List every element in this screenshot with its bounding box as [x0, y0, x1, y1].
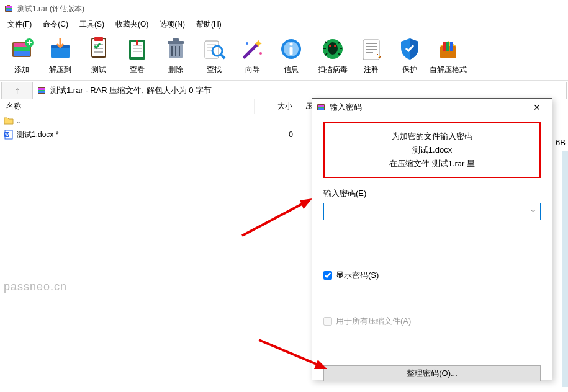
archive-icon	[37, 86, 47, 96]
dialog-footer: 确定 取消 帮助	[312, 388, 552, 392]
menu-commands[interactable]: 命令(C)	[38, 18, 73, 31]
tool-scan[interactable]: 扫描病毒	[313, 33, 352, 79]
svg-rect-36	[450, 42, 453, 51]
use-all-input	[323, 317, 332, 326]
location-bar: ↑ 测试1.rar - RAR 压缩文件, 解包大小为 0 字节	[1, 82, 567, 99]
password-label: 输入密码(E)	[323, 188, 541, 199]
tool-delete[interactable]: 删除	[156, 33, 195, 79]
use-all-label: 用于所有压缩文件(A)	[336, 316, 411, 327]
watermark: passneo.cn	[4, 280, 67, 293]
tool-comment[interactable]: 注释	[352, 33, 390, 79]
show-password-checkbox[interactable]: 显示密码(S)	[323, 270, 541, 281]
svg-rect-1	[6, 6, 12, 8]
show-password-label: 显示密码(S)	[336, 270, 379, 281]
close-icon: ✕	[533, 102, 541, 112]
view-icon	[124, 36, 150, 62]
menu-favorites[interactable]: 收藏夹(O)	[110, 18, 153, 31]
svg-rect-2	[6, 8, 12, 9]
svg-rect-38	[38, 88, 45, 90]
tool-delete-label: 删除	[168, 65, 183, 75]
svg-rect-16	[136, 40, 138, 45]
tool-test-label: 测试	[91, 65, 106, 75]
tool-scan-label: 扫描病毒	[318, 65, 348, 75]
tool-comment-label: 注释	[364, 65, 379, 75]
dialog-title: 输入密码	[330, 102, 522, 113]
svg-line-48	[242, 203, 304, 236]
dialog-titlebar[interactable]: 输入密码 ✕	[312, 99, 552, 116]
svg-line-50	[259, 340, 318, 365]
password-dropdown[interactable]: ﹀	[527, 204, 539, 219]
chevron-down-icon: ﹀	[530, 207, 536, 216]
tool-find[interactable]: 查找	[195, 33, 233, 79]
comment-icon	[358, 36, 384, 62]
svg-rect-45	[318, 105, 324, 107]
up-arrow-icon: ↑	[15, 85, 20, 96]
file-size: 0	[255, 130, 299, 139]
annotation-arrow-1	[239, 195, 313, 239]
close-button[interactable]: ✕	[526, 100, 548, 114]
tool-add[interactable]: 添加	[2, 33, 41, 79]
svg-point-30	[329, 45, 331, 47]
tool-extract[interactable]: 解压到	[41, 33, 79, 79]
test-icon	[86, 36, 112, 62]
tool-wizard-label: 向导	[245, 65, 260, 75]
organize-passwords-button[interactable]: 整理密码(O)...	[323, 365, 541, 381]
password-input[interactable]	[323, 203, 541, 220]
svg-rect-8	[14, 51, 30, 56]
menu-options[interactable]: 选项(N)	[155, 18, 190, 31]
tool-view[interactable]: 查看	[118, 33, 156, 79]
docx-icon: W	[4, 130, 14, 140]
svg-point-23	[259, 52, 262, 55]
toolbar: 添加 解压到 测试 查看 删除 查找 向导 信息 扫描病毒 注释 保护	[0, 31, 568, 81]
tool-info-label: 信息	[284, 65, 299, 75]
up-button[interactable]: ↑	[2, 82, 33, 99]
tool-extract-label: 解压到	[49, 65, 71, 75]
menu-help[interactable]: 帮助(H)	[191, 18, 227, 31]
message-line-2: 测试1.docx	[330, 143, 534, 157]
wizard-icon	[240, 36, 266, 62]
svg-rect-19	[173, 38, 179, 42]
svg-rect-13	[94, 37, 103, 41]
svg-rect-7	[14, 47, 30, 51]
menu-tools[interactable]: 工具(S)	[74, 18, 109, 31]
svg-rect-47	[318, 108, 324, 110]
message-box: 为加密的文件输入密码 测试1.docx 在压缩文件 测试1.rar 里	[323, 122, 541, 178]
password-dialog: 输入密码 ✕ 为加密的文件输入密码 测试1.docx 在压缩文件 测试1.rar…	[312, 98, 552, 380]
svg-rect-34	[443, 42, 446, 51]
tool-info[interactable]: 信息	[272, 33, 310, 79]
show-password-input[interactable]	[323, 271, 332, 280]
tool-protect[interactable]: 保护	[390, 33, 429, 79]
svg-point-22	[246, 42, 248, 45]
toolbar-separator	[312, 37, 312, 74]
tool-sfx[interactable]: 自解压格式	[429, 33, 467, 79]
svg-rect-46	[318, 107, 324, 108]
protect-icon	[397, 36, 423, 62]
menubar: 文件(F) 命令(C) 工具(S) 收藏夹(O) 选项(N) 帮助(H)	[0, 17, 568, 31]
message-line-3: 在压缩文件 测试1.rar 里	[330, 157, 534, 171]
tool-view-label: 查看	[130, 65, 145, 75]
svg-rect-4	[7, 5, 10, 6]
svg-marker-49	[300, 198, 312, 209]
location-path[interactable]: 测试1.rar - RAR 压缩文件, 解包大小为 0 字节	[33, 82, 566, 99]
file-name: 测试1.docx *	[17, 130, 58, 140]
tool-test[interactable]: 测试	[79, 33, 118, 79]
extract-icon	[47, 36, 73, 62]
file-name: ..	[17, 117, 21, 125]
svg-rect-35	[446, 42, 449, 51]
menu-file[interactable]: 文件(F)	[2, 18, 37, 31]
tool-protect-label: 保护	[402, 65, 417, 75]
use-all-checkbox: 用于所有压缩文件(A)	[323, 316, 541, 327]
window-title: 测试1.rar (评估版本)	[17, 4, 84, 14]
add-icon	[9, 36, 35, 62]
svg-rect-39	[38, 90, 45, 91]
column-name[interactable]: 名称	[0, 99, 255, 114]
svg-point-31	[334, 45, 336, 47]
svg-point-26	[290, 43, 293, 46]
bg-partial-text: 6B	[556, 138, 566, 147]
tool-wizard[interactable]: 向导	[233, 33, 272, 79]
delete-icon	[163, 36, 189, 62]
scan-icon	[320, 36, 346, 62]
bg-strip	[562, 151, 568, 387]
column-size[interactable]: 大小	[255, 99, 299, 114]
svg-point-29	[328, 42, 338, 55]
